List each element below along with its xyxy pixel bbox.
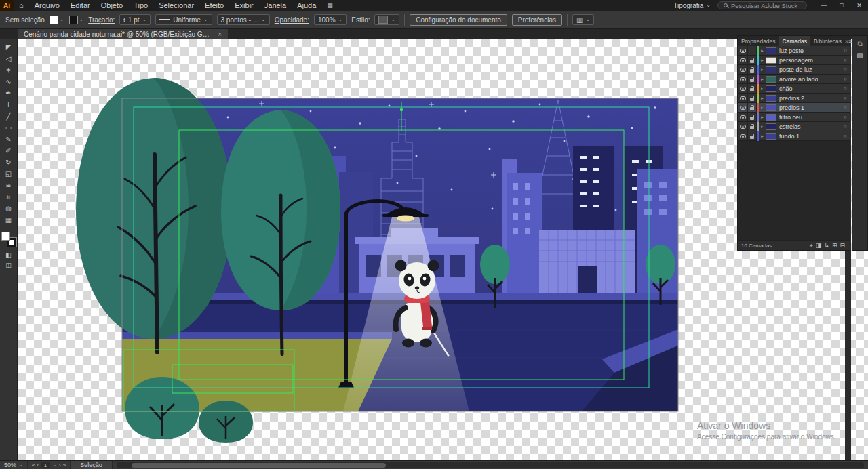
stroke-weight-label[interactable]: Traçado: [88, 16, 115, 24]
horizontal-scrollbar-thumb[interactable] [132, 463, 386, 468]
lock-toggle[interactable] [748, 56, 757, 64]
visibility-toggle[interactable] [738, 46, 748, 55]
screen-mode-toggle[interactable]: ◫ [1, 260, 17, 270]
workspace-switcher[interactable]: Tipografia ⌄ [667, 2, 717, 9]
stepper-arrows-icon[interactable]: ▴ ▾ [123, 17, 125, 22]
clipping-mask-icon[interactable]: ◨ [814, 242, 823, 249]
visibility-toggle[interactable] [738, 65, 748, 74]
visibility-toggle[interactable] [738, 131, 748, 140]
last-artboard-button[interactable]: » [63, 462, 66, 468]
menu-item-tipo[interactable]: Tipo [128, 1, 153, 9]
shape-builder-tool[interactable]: ◍ [1, 203, 17, 214]
align-options-control[interactable]: ▥ ⌄ [572, 14, 594, 25]
layer-row[interactable]: ▸poste de luz○ [738, 65, 850, 75]
fill-swatch[interactable] [1, 232, 10, 241]
visibility-toggle[interactable] [738, 84, 748, 93]
selection-tool[interactable]: ◤ [1, 41, 17, 53]
mesh-tool[interactable]: ▦ [1, 214, 17, 226]
direct-selection-tool[interactable]: ◁ [1, 53, 17, 64]
target-circle-icon[interactable]: ○ [841, 47, 850, 54]
menu-item-objeto[interactable]: Objeto [96, 1, 128, 9]
layer-thumbnail[interactable] [766, 57, 776, 64]
close-tab-icon[interactable]: × [218, 30, 222, 38]
layer-thumbnail[interactable] [766, 123, 776, 130]
stroke-color-control[interactable]: ⌄ [69, 16, 84, 24]
visibility-toggle[interactable] [738, 56, 748, 64]
layer-name[interactable]: personagem [779, 57, 841, 64]
layer-row[interactable]: ▸fundo 1○ [738, 131, 850, 141]
layer-thumbnail[interactable] [766, 133, 776, 140]
target-circle-icon[interactable]: ○ [841, 133, 850, 139]
menu-item-efeito[interactable]: Efeito [199, 1, 229, 9]
menu-item-exibir[interactable]: Exibir [229, 1, 259, 9]
brush-definition-select[interactable]: 3 pontos - ... ⌄ [217, 14, 270, 25]
lock-toggle[interactable] [748, 122, 757, 131]
menu-item-arquivo[interactable]: Arquivo [29, 1, 65, 9]
lock-toggle[interactable] [748, 131, 757, 140]
document-setup-button[interactable]: Configuração do documento [410, 14, 507, 26]
preferences-button[interactable]: Preferências [512, 14, 562, 26]
panel-tab-propriedades[interactable]: Propriedades [738, 36, 779, 46]
scale-tool[interactable]: ◱ [1, 168, 17, 180]
layer-thumbnail[interactable] [766, 66, 776, 73]
prev-artboard-button[interactable]: ‹ [37, 462, 39, 468]
visibility-toggle[interactable] [738, 103, 748, 112]
home-icon[interactable]: ⌂ [14, 1, 29, 9]
expand-arrow-icon[interactable]: ▸ [759, 124, 766, 129]
expand-arrow-icon[interactable]: ▸ [759, 105, 766, 110]
lasso-tool[interactable]: ∿ [1, 76, 17, 87]
rectangle-tool[interactable]: ▭ [1, 122, 17, 134]
panel-tab-bibliotecas[interactable]: Bibliotecas [810, 36, 845, 46]
asset-export-panel-icon[interactable]: ▤ [854, 49, 866, 60]
free-transform-tool[interactable]: ⌗ [1, 191, 17, 203]
locate-object-icon[interactable]: ⌖ [808, 242, 814, 249]
stroke-weight-stepper[interactable]: ▴ ▾ 1 pt ⌄ [119, 14, 151, 25]
layer-name[interactable]: estrelas [779, 123, 841, 130]
lock-toggle[interactable] [748, 94, 757, 102]
line-segment-tool[interactable]: ╱ [1, 110, 17, 122]
panel-tab-camadas[interactable]: Camadas [779, 36, 810, 46]
menu-item-selecionar[interactable]: Selecionar [153, 1, 199, 9]
lock-toggle[interactable] [748, 65, 757, 74]
target-circle-icon[interactable]: ○ [841, 95, 850, 101]
width-profile-select[interactable]: Uniforme ⌄ [155, 14, 212, 25]
more-tools[interactable]: … [1, 270, 17, 280]
horizontal-scrollbar[interactable] [117, 462, 864, 468]
layer-row[interactable]: ▸filtro ceu○ [738, 113, 850, 122]
expand-arrow-icon[interactable]: ▸ [759, 96, 766, 101]
layer-name[interactable]: chão [779, 85, 841, 92]
menu-item-janela[interactable]: Janela [259, 1, 292, 9]
visibility-toggle[interactable] [738, 122, 748, 131]
close-button[interactable]: ✕ [850, 0, 868, 11]
pencil-tool[interactable]: ✐ [1, 145, 17, 157]
zoom-level-select[interactable]: 50% ⌄ [0, 461, 28, 469]
layer-thumbnail[interactable] [766, 85, 776, 92]
pen-tool[interactable]: ✒ [1, 87, 17, 99]
expand-arrow-icon[interactable]: ▸ [759, 67, 766, 73]
fill-stroke-indicator[interactable] [1, 232, 16, 247]
stroke-color-swatch[interactable] [69, 16, 78, 24]
maximize-button[interactable]: □ [833, 0, 850, 11]
layer-name[interactable]: predios 1 [779, 104, 841, 111]
lock-toggle[interactable] [748, 113, 757, 121]
spin-down-icon[interactable]: ▾ [123, 20, 125, 22]
expand-arrow-icon[interactable]: ▸ [759, 134, 766, 139]
layer-row[interactable]: ▸personagem○ [738, 56, 850, 65]
menu-item-editar[interactable]: Editar [65, 1, 96, 9]
artboards-panel-icon[interactable]: ⧉ [854, 39, 866, 49]
target-circle-icon[interactable]: ○ [841, 123, 850, 129]
layer-name[interactable]: fundo 1 [779, 133, 841, 140]
expand-arrow-icon[interactable]: ▸ [759, 58, 766, 63]
layer-name[interactable]: predios 2 [779, 95, 841, 102]
layer-thumbnail[interactable] [766, 104, 776, 111]
layer-row[interactable]: ▸predios 1○ [738, 103, 850, 113]
magic-wand-tool[interactable]: ✶ [1, 64, 17, 76]
target-circle-icon[interactable]: ○ [841, 57, 850, 63]
layer-thumbnail[interactable] [766, 76, 776, 83]
minimize-button[interactable]: — [815, 0, 833, 11]
expand-arrow-icon[interactable]: ▸ [759, 86, 766, 91]
adobe-stock-search-input[interactable]: Pesquisar Adobe Stock [717, 1, 807, 9]
visibility-toggle[interactable] [738, 75, 748, 83]
fill-color-swatch[interactable] [50, 16, 58, 24]
layer-thumbnail[interactable] [766, 114, 776, 121]
